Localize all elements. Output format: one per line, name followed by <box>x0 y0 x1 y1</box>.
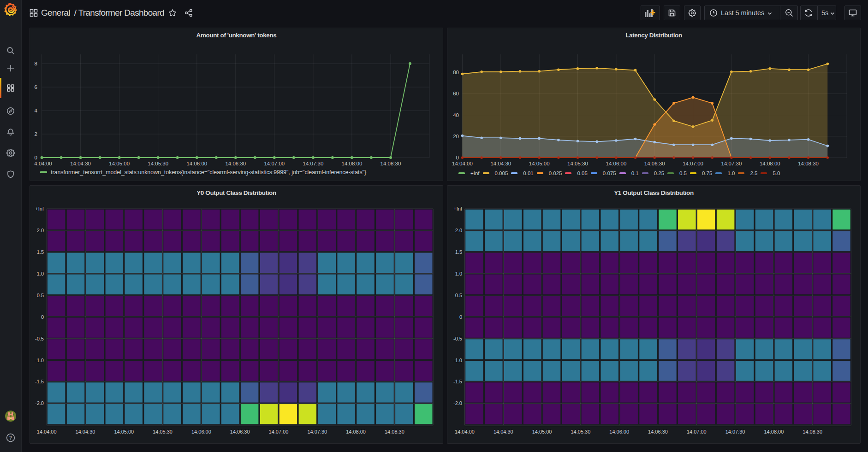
svg-text:14:06:30: 14:06:30 <box>648 429 668 434</box>
svg-text:60: 60 <box>453 91 459 96</box>
svg-text:-2.0: -2.0 <box>453 400 462 406</box>
svg-text:14:08:00: 14:08:00 <box>764 429 784 434</box>
svg-text:14:06:00: 14:06:00 <box>606 161 627 166</box>
svg-text:14:08:00: 14:08:00 <box>346 429 366 434</box>
svg-text:14:07:30: 14:07:30 <box>307 429 327 434</box>
svg-text:14:05:00: 14:05:00 <box>529 161 550 166</box>
svg-text:1.0: 1.0 <box>37 271 44 276</box>
svg-text:0: 0 <box>459 314 462 320</box>
svg-text:14:07:00: 14:07:00 <box>264 161 285 166</box>
svg-text:14:07:30: 14:07:30 <box>725 429 745 434</box>
svg-text:4: 4 <box>35 108 38 113</box>
svg-text:14:06:30: 14:06:30 <box>644 161 665 166</box>
svg-text:14:05:30: 14:05:30 <box>153 429 172 434</box>
svg-text:14:04:00: 14:04:00 <box>455 429 475 434</box>
svg-text:-0.5: -0.5 <box>453 336 462 341</box>
svg-text:0: 0 <box>456 155 459 160</box>
svg-text:0.5: 0.5 <box>455 293 462 298</box>
svg-text:1.5: 1.5 <box>37 249 44 255</box>
svg-text:0: 0 <box>41 314 44 320</box>
svg-text:20: 20 <box>453 134 459 139</box>
svg-text:14:04:30: 14:04:30 <box>493 429 513 434</box>
svg-text:14:08:30: 14:08:30 <box>385 429 404 434</box>
svg-text:14:04:30: 14:04:30 <box>76 429 95 434</box>
svg-text:8: 8 <box>35 61 37 66</box>
svg-text:14:07:00: 14:07:00 <box>687 429 707 434</box>
svg-text:14:08:30: 14:08:30 <box>380 161 401 166</box>
svg-text:transformer_tensorrt_model_sta: transformer_tensorrt_model_stats:unknown… <box>51 169 366 176</box>
svg-text:-1.5: -1.5 <box>453 379 462 384</box>
svg-text:14:06:00: 14:06:00 <box>191 429 211 434</box>
svg-text:80: 80 <box>453 70 459 75</box>
svg-text:14:06:00: 14:06:00 <box>186 161 207 166</box>
svg-text:14:08:30: 14:08:30 <box>798 161 819 166</box>
svg-text:+Inf: +Inf <box>453 206 463 211</box>
svg-text:1.5: 1.5 <box>455 249 462 255</box>
svg-text:-1.5: -1.5 <box>35 379 44 384</box>
svg-text:-1.0: -1.0 <box>35 358 44 363</box>
svg-text:-2.0: -2.0 <box>35 400 44 406</box>
svg-text:40: 40 <box>453 112 459 118</box>
svg-text:14:08:30: 14:08:30 <box>803 429 822 434</box>
svg-text:14:06:00: 14:06:00 <box>609 429 629 434</box>
svg-text:14:08:00: 14:08:00 <box>760 161 780 166</box>
svg-text:14:06:30: 14:06:30 <box>225 161 246 166</box>
svg-text:14:04:00: 14:04:00 <box>452 161 473 166</box>
svg-text:14:05:00: 14:05:00 <box>114 429 134 434</box>
svg-text:4:04:00: 4:04:00 <box>34 161 52 166</box>
svg-text:14:07:30: 14:07:30 <box>303 161 324 166</box>
svg-text:14:06:30: 14:06:30 <box>230 429 250 434</box>
svg-text:-0.5: -0.5 <box>35 336 44 341</box>
svg-text:14:05:30: 14:05:30 <box>148 161 168 166</box>
svg-text:14:04:30: 14:04:30 <box>490 161 511 166</box>
svg-text:14:05:00: 14:05:00 <box>532 429 552 434</box>
svg-text:14:05:30: 14:05:30 <box>567 161 588 166</box>
svg-text:2: 2 <box>35 131 37 137</box>
svg-text:14:05:30: 14:05:30 <box>571 429 590 434</box>
svg-text:14:07:00: 14:07:00 <box>683 161 703 166</box>
svg-text:2.0: 2.0 <box>455 228 462 233</box>
svg-text:14:07:30: 14:07:30 <box>721 161 742 166</box>
svg-text:-1.0: -1.0 <box>453 358 462 363</box>
svg-text:14:05:00: 14:05:00 <box>109 161 130 166</box>
svg-text:14:04:30: 14:04:30 <box>70 161 91 166</box>
svg-text:?: ? <box>9 435 12 440</box>
svg-text:14:07:00: 14:07:00 <box>269 429 289 434</box>
svg-text:14:08:00: 14:08:00 <box>342 161 363 166</box>
svg-text:14:04:00: 14:04:00 <box>37 429 57 434</box>
svg-text:2.0: 2.0 <box>37 228 44 233</box>
svg-text:1.0: 1.0 <box>455 271 462 276</box>
svg-text:0: 0 <box>35 155 37 160</box>
svg-text:0.5: 0.5 <box>37 293 44 298</box>
svg-text:6: 6 <box>35 84 37 90</box>
svg-text:+Inf: +Inf <box>35 206 44 211</box>
